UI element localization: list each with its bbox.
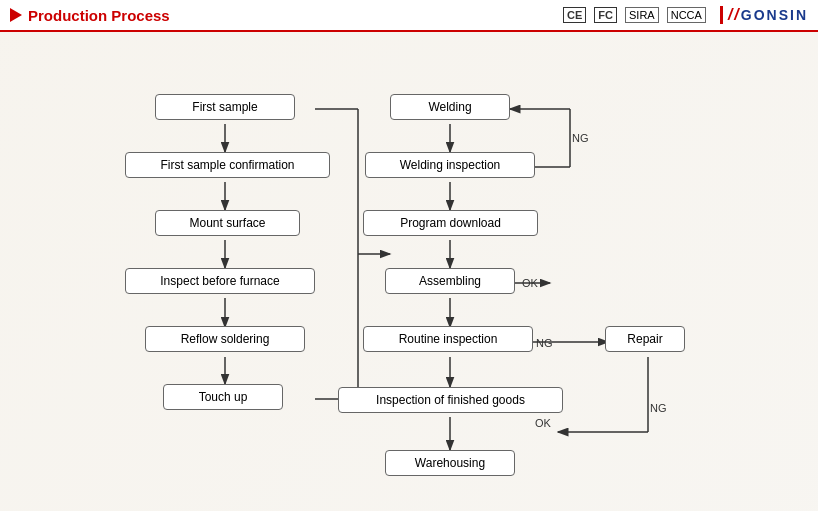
routine-inspection-box: Routine inspection [363, 326, 533, 352]
ok1-label: OK [522, 277, 538, 289]
first-sample-box: First sample [155, 94, 295, 120]
fc-cert: FC [594, 7, 617, 23]
touch-up-box: Touch up [163, 384, 283, 410]
repair-box: Repair [605, 326, 685, 352]
main-content: First sample First sample confirmation M… [0, 32, 818, 511]
ok2-label: OK [535, 417, 551, 429]
reflow-soldering-box: Reflow soldering [145, 326, 305, 352]
page-title: Production Process [28, 7, 170, 24]
header-right: CE FC SIRA NCCA //GONSIN [563, 6, 808, 24]
sira-cert: SIRA [625, 7, 659, 23]
welding-box: Welding [390, 94, 510, 120]
ncca-cert: NCCA [667, 7, 706, 23]
welding-inspection-box: Welding inspection [365, 152, 535, 178]
ng2-label: NG [536, 337, 553, 349]
inspect-before-furnace-box: Inspect before furnace [125, 268, 315, 294]
header-left: Production Process [10, 7, 170, 24]
ng1-label: NG [572, 132, 589, 144]
inspection-finished-box: Inspection of finished goods [338, 387, 563, 413]
assembling-box: Assembling [385, 268, 515, 294]
ce-cert: CE [563, 7, 586, 23]
play-icon [10, 8, 22, 22]
first-sample-confirm-box: First sample confirmation [125, 152, 330, 178]
ng3-label: NG [650, 402, 667, 414]
mount-surface-box: Mount surface [155, 210, 300, 236]
header: Production Process CE FC SIRA NCCA //GON… [0, 0, 818, 32]
program-download-box: Program download [363, 210, 538, 236]
warehousing-box: Warehousing [385, 450, 515, 476]
logo: //GONSIN [720, 6, 808, 24]
